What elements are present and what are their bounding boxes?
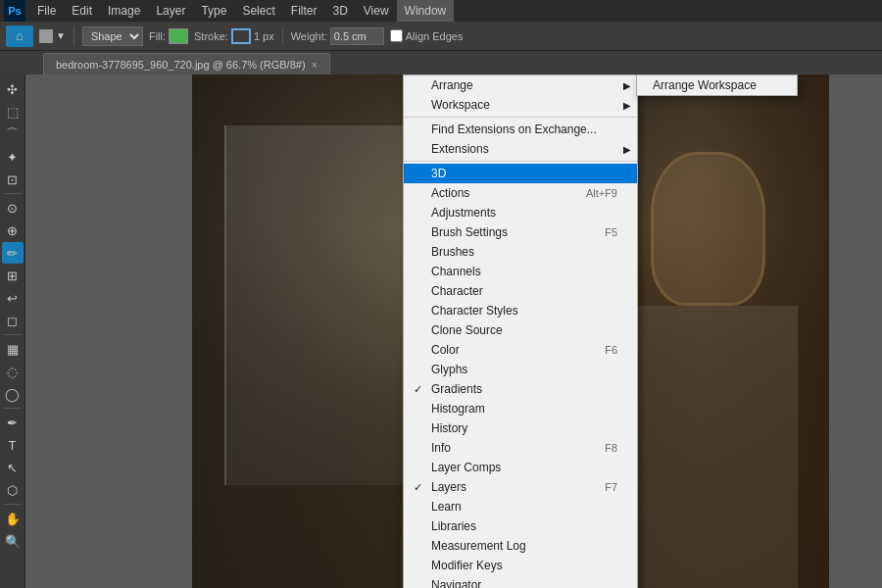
weight-group: Weight:	[291, 27, 384, 45]
menu-find-extensions[interactable]: Find Extensions on Exchange...	[404, 120, 637, 139]
tab-close-button[interactable]: ×	[312, 59, 318, 71]
menu-measurement-log[interactable]: Measurement Log	[404, 536, 637, 556]
options-bar: ⌂ ▼ Shape Fill: Stroke: 1 px Weight: Ali…	[0, 22, 882, 51]
left-toolbar: ✣ ⬚ ⌒ ✦ ⊡ ⊙ ⊕ ✏ ⊞ ↩ ◻ ▦ ◌ ◯ ✒ T ↖ ⬡ ✋ 🔍	[0, 74, 25, 588]
menu-channels[interactable]: Channels	[404, 262, 637, 281]
menu-view[interactable]: View	[356, 0, 397, 22]
menu-window[interactable]: Window	[397, 0, 455, 22]
menu-extensions[interactable]: Extensions ▶	[404, 139, 637, 159]
weight-input[interactable]	[330, 27, 384, 45]
menu-info[interactable]: Info F8	[404, 438, 637, 458]
arrow-icon: ▶	[623, 144, 631, 155]
align-edges-group: Align Edges	[390, 29, 464, 42]
menu-adjustments[interactable]: Adjustments	[404, 203, 637, 222]
menu-layers[interactable]: ✓ Layers F7	[404, 477, 637, 497]
menu-actions[interactable]: Actions Alt+F9	[404, 183, 637, 203]
arrange-submenu: Arrange Workspace	[636, 74, 798, 96]
fill-color-box[interactable]	[169, 28, 188, 44]
tool-sep-3	[4, 408, 22, 409]
menu-learn[interactable]: Learn	[404, 497, 637, 516]
fill-label: Fill:	[149, 30, 166, 42]
home-icon[interactable]: ⌂	[6, 25, 33, 47]
arrow-icon: ▶	[623, 80, 631, 91]
zoom-btn[interactable]: 🔍	[2, 530, 24, 552]
menu-type[interactable]: Type	[193, 0, 234, 22]
brush-mode-icon	[39, 29, 53, 43]
stroke-label: Stroke:	[194, 30, 228, 42]
stroke-size: 1 px	[254, 30, 274, 42]
window-menu-dropdown: Arrange ▶ Workspace ▶ Find Extensions on…	[403, 74, 638, 588]
menu-brushes[interactable]: Brushes	[404, 242, 637, 262]
crop-tool-btn[interactable]: ⊡	[2, 169, 24, 190]
arrow-icon: ▼	[56, 30, 66, 41]
menu-character-styles[interactable]: Character Styles	[404, 301, 637, 320]
menu-image[interactable]: Image	[100, 0, 148, 22]
magic-wand-btn[interactable]: ✦	[2, 146, 24, 168]
history-brush-btn[interactable]: ↩	[2, 287, 24, 309]
menu-gradients[interactable]: ✓ Gradients	[404, 379, 637, 399]
stamp-btn[interactable]: ⊞	[2, 265, 24, 286]
stroke-color-box[interactable]	[231, 28, 251, 44]
layers-check: ✓	[414, 481, 422, 494]
menu-workspace[interactable]: Workspace ▶	[404, 95, 637, 115]
eraser-btn[interactable]: ◻	[2, 310, 24, 331]
menu-modifier-keys[interactable]: Modifier Keys	[404, 556, 637, 575]
brush-mode-group: ▼	[39, 29, 66, 43]
shape-select-group: Shape	[82, 26, 143, 46]
separator-1	[74, 26, 74, 46]
tab-bar: bedroom-3778695_960_720.jpg @ 66.7% (RGB…	[0, 51, 882, 74]
arrow-icon: ▶	[623, 100, 631, 111]
path-selection-btn[interactable]: ↖	[2, 457, 24, 478]
align-edges-checkbox[interactable]	[390, 29, 403, 42]
shape-btn[interactable]: ⬡	[2, 479, 24, 501]
weight-label: Weight:	[291, 30, 327, 42]
menu-edit[interactable]: Edit	[64, 0, 100, 22]
tab-filename: bedroom-3778695_960_720.jpg @ 66.7% (RGB…	[56, 59, 306, 71]
menubar: Ps File Edit Image Layer Type Select Fil…	[0, 0, 882, 22]
tool-sep-4	[4, 504, 22, 505]
dodge-btn[interactable]: ◯	[2, 383, 24, 405]
menu-navigator[interactable]: Navigator	[404, 575, 637, 588]
type-btn[interactable]: T	[2, 434, 24, 456]
menu-clone-source[interactable]: Clone Source	[404, 320, 637, 340]
menu-3d-panel[interactable]: 3D	[404, 164, 637, 183]
healing-btn[interactable]: ⊕	[2, 220, 24, 241]
menu-3d[interactable]: 3D	[324, 0, 355, 22]
gradient-btn[interactable]: ▦	[2, 338, 24, 360]
menu-history[interactable]: History	[404, 418, 637, 438]
align-edges-label: Align Edges	[406, 30, 464, 42]
pen-btn[interactable]: ✒	[2, 412, 24, 433]
menu-libraries[interactable]: Libraries	[404, 516, 637, 536]
menu-layer-comps[interactable]: Layer Comps	[404, 458, 637, 477]
tool-sep-2	[4, 334, 22, 335]
menu-character[interactable]: Character	[404, 281, 637, 301]
main-area: ✣ ⬚ ⌒ ✦ ⊡ ⊙ ⊕ ✏ ⊞ ↩ ◻ ▦ ◌ ◯ ✒ T ↖ ⬡ ✋ 🔍	[0, 74, 882, 588]
menu-select[interactable]: Select	[234, 0, 282, 22]
hand-btn[interactable]: ✋	[2, 508, 24, 529]
menu-histogram[interactable]: Histogram	[404, 399, 637, 418]
menu-arrange[interactable]: Arrange ▶	[404, 75, 637, 95]
eyedropper-btn[interactable]: ⊙	[2, 197, 24, 219]
tool-sep-1	[4, 193, 22, 194]
app-logo: Ps	[4, 0, 25, 22]
mirror-decoration	[651, 152, 765, 306]
marquee-tool-btn[interactable]: ⬚	[2, 101, 24, 122]
menu-brush-settings[interactable]: Brush Settings F5	[404, 222, 637, 242]
color-shortcut: F6	[585, 344, 617, 356]
arrange-workspace-item[interactable]: Arrange Workspace	[637, 75, 797, 95]
gradients-check: ✓	[414, 383, 422, 396]
menu-file[interactable]: File	[29, 0, 64, 22]
blur-btn[interactable]: ◌	[2, 361, 24, 382]
stroke-group: Stroke: 1 px	[194, 28, 274, 44]
menu-layer[interactable]: Layer	[148, 0, 193, 22]
lasso-tool-btn[interactable]: ⌒	[2, 123, 24, 145]
menu-filter[interactable]: Filter	[283, 0, 325, 22]
document-tab[interactable]: bedroom-3778695_960_720.jpg @ 66.7% (RGB…	[43, 53, 330, 74]
menu-glyphs[interactable]: Glyphs	[404, 360, 637, 379]
separator-2	[282, 26, 283, 46]
move-tool-btn[interactable]: ✣	[2, 78, 24, 100]
layers-shortcut: F7	[585, 481, 617, 493]
brush-btn[interactable]: ✏	[2, 242, 24, 264]
menu-color[interactable]: Color F6	[404, 340, 637, 360]
shape-select[interactable]: Shape	[82, 26, 143, 46]
